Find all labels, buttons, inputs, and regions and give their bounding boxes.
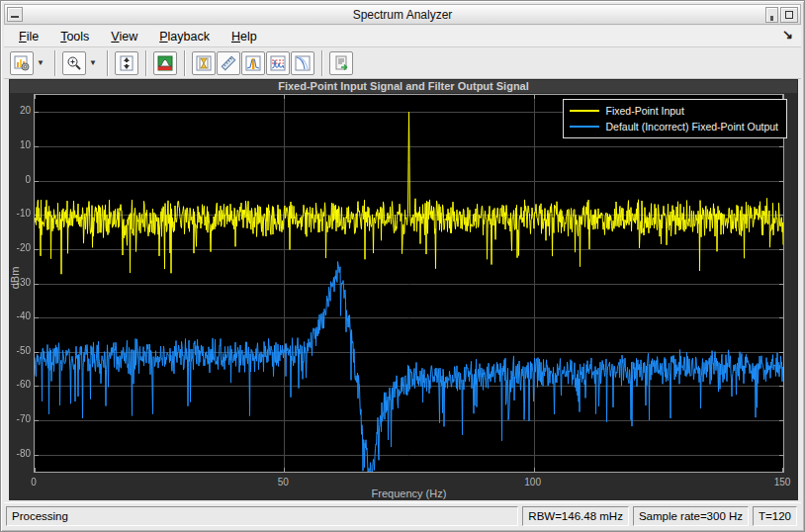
status-rbw: RBW=146.48 mHz [522, 506, 629, 526]
maximize-button[interactable] [780, 7, 798, 23]
spectral-mask-button[interactable] [291, 51, 314, 75]
y-tick-label: -60 [9, 379, 31, 391]
legend-line-sample-input [570, 110, 599, 112]
x-tick-label: 100 [513, 477, 553, 488]
y-tick-label: -10 [9, 208, 31, 220]
y-tick-label: -50 [9, 345, 31, 357]
signal-statistics-button[interactable] [217, 51, 240, 75]
legend-row: Default (Incorrect) Fixed-Point Output [570, 119, 779, 134]
configuration-properties-button[interactable] [10, 51, 34, 75]
maximize-icon [785, 11, 793, 19]
menu-playback[interactable]: Playback [154, 28, 215, 45]
x-axis-label: Frequency (Hz) [34, 488, 784, 499]
y-tick-label: 10 [9, 139, 31, 151]
x-tick-label: 150 [762, 477, 802, 488]
distortion-measurements-button[interactable] [266, 51, 290, 75]
plot-title: Fixed-Point Input Signal and Filter Outp… [10, 80, 797, 93]
toolbar-separator [184, 50, 186, 76]
toolbar-separator [54, 50, 56, 76]
y-tick-label: -40 [9, 310, 31, 322]
x-tick-label: 0 [14, 477, 53, 488]
y-tick-label: 0 [9, 174, 31, 186]
plot-region: Fixed-Point Input Signal and Filter Outp… [9, 79, 798, 500]
status-bar: Processing RBW=146.48 mHz Sample rate=30… [4, 502, 801, 528]
menu-bar: FileToolsViewPlaybackHelp↘ [4, 26, 801, 47]
y-tick-label: -70 [9, 413, 31, 425]
peak-finder-button[interactable] [241, 51, 265, 75]
toolbar-separator [145, 50, 147, 76]
spectrum-settings-icon [157, 55, 173, 71]
minimize-icon [770, 16, 773, 21]
spectral-mask-icon [295, 55, 311, 71]
zoom-dropdown-button[interactable]: ▼ [87, 51, 99, 75]
autoscale-y-icon [119, 55, 134, 71]
autoscale-y-button[interactable] [115, 51, 138, 75]
y-tick-label: -20 [9, 242, 31, 254]
menu-help[interactable]: Help [226, 28, 262, 45]
generate-script-button[interactable] [329, 51, 353, 75]
menu-file[interactable]: File [14, 28, 44, 45]
window-menu-button[interactable] [7, 7, 23, 22]
cursor-measurements-button[interactable] [192, 51, 216, 75]
legend-line-sample-output [570, 126, 599, 128]
toolbar-separator [321, 50, 323, 76]
legend[interactable]: Fixed-Point Input Default (Incorrect) Fi… [563, 99, 788, 138]
configuration-dropdown-button[interactable]: ▼ [35, 51, 46, 75]
configuration-properties-icon [14, 55, 30, 71]
zoom-button[interactable] [62, 51, 86, 75]
legend-label-input: Fixed-Point Input [606, 105, 684, 117]
title-bar[interactable]: Spectrum Analyzer [4, 4, 801, 25]
status-processing: Processing [6, 506, 518, 526]
cursor-measurements-icon [196, 55, 212, 71]
legend-row: Fixed-Point Input [570, 103, 779, 119]
toolbar: ▼ ▼ [4, 47, 801, 79]
distortion-measurements-icon [270, 55, 286, 71]
menu-view[interactable]: View [106, 28, 142, 45]
menu-tools[interactable]: Tools [55, 28, 94, 45]
plot-box [34, 94, 784, 473]
signal-statistics-icon [221, 55, 236, 71]
y-tick-label: -30 [9, 277, 31, 289]
window-title: Spectrum Analyzer [5, 8, 800, 22]
toolbar-separator [107, 50, 109, 76]
peak-finder-icon [245, 55, 261, 71]
spectrum-analyzer-window: Spectrum Analyzer FileToolsViewPlaybackH… [0, 0, 805, 532]
window-menu-icon [11, 16, 19, 18]
x-tick-label: 50 [263, 477, 303, 488]
plot-canvas[interactable] [35, 95, 783, 472]
status-sample-rate: Sample rate=300 Hz [633, 506, 749, 526]
legend-label-output: Default (Incorrect) Fixed-Point Output [606, 121, 779, 133]
spectrum-settings-button[interactable] [153, 51, 177, 75]
generate-script-icon [333, 55, 349, 71]
y-tick-label: 20 [9, 105, 31, 117]
dock-icon[interactable]: ↘ [782, 27, 793, 42]
y-tick-label: -80 [9, 448, 31, 460]
status-time: T=120 [753, 506, 797, 526]
zoom-in-icon [66, 55, 82, 71]
minimize-button[interactable] [765, 7, 778, 23]
